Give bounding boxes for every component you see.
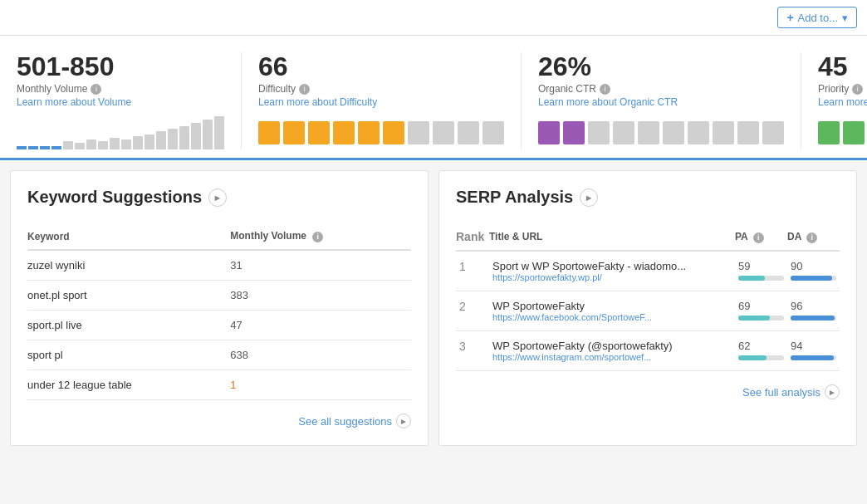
da-bar — [791, 316, 836, 321]
main-content: Keyword Suggestions ► Keyword Monthly Vo… — [0, 160, 867, 456]
serp-url[interactable]: https://www.facebook.com/SportoweF... — [492, 312, 732, 322]
vol-bar-9 — [110, 138, 120, 149]
serp-expand-icon[interactable]: ► — [580, 188, 598, 207]
priority-chart — [818, 116, 867, 149]
pa-info-icon[interactable]: i — [753, 232, 764, 243]
vol-bar-12 — [144, 135, 154, 149]
volume-cell: 638 — [230, 340, 411, 370]
metric-priority: 45 Priority i Learn more about Priority — [801, 52, 867, 149]
see-full-analysis: See full analysis ► — [456, 384, 840, 399]
difficulty-chart — [258, 116, 504, 149]
dropdown-arrow-icon: ▾ — [842, 12, 848, 24]
serp-title: WP SportoweFakty (@sportowefakty) — [492, 340, 732, 352]
difficulty-link[interactable]: Learn more about Difficulty — [258, 96, 504, 108]
volume-col-info-icon[interactable]: i — [312, 232, 323, 242]
vol-bar-1 — [17, 146, 27, 149]
ctr-sq-3 — [588, 121, 610, 144]
title-url-cell: WP SportoweFakty https://www.facebook.co… — [489, 291, 735, 331]
pa-cell: 59 — [735, 251, 787, 291]
top-bar: + Add to... ▾ — [0, 0, 867, 36]
volume-cell: 383 — [230, 281, 411, 311]
ctr-sq-1 — [538, 121, 560, 144]
col-pa-header: PA i — [735, 223, 787, 251]
volume-cell: 1 — [230, 370, 411, 400]
metric-volume: 501-850 Monthly Volume i Learn more abou… — [17, 52, 242, 149]
serp-title: WP SportoweFakty — [492, 300, 732, 312]
ctr-label: Organic CTR i — [538, 83, 784, 95]
metric-ctr: 26% Organic CTR i Learn more about Organ… — [522, 52, 801, 149]
priority-value: 45 — [818, 52, 867, 81]
vol-bar-2 — [28, 146, 38, 149]
keyword-row: sport pl 638 — [27, 340, 411, 370]
pa-cell: 62 — [735, 331, 787, 371]
metrics-row: 501-850 Monthly Volume i Learn more abou… — [0, 36, 867, 160]
serp-row: 1 Sport w WP SportoweFakty - wiadomo... … — [456, 251, 840, 291]
ctr-sq-9 — [737, 121, 759, 144]
pa-bar — [738, 316, 784, 321]
col-volume-header: Monthly Volume i — [230, 223, 411, 250]
title-url-cell: WP SportoweFakty (@sportowefakty) https:… — [489, 331, 735, 371]
serp-url[interactable]: https://www.instagram.com/sportowef... — [492, 352, 732, 362]
rank-cell: 3 — [456, 331, 489, 371]
priority-link[interactable]: Learn more about Priority — [818, 96, 867, 108]
ctr-sq-5 — [638, 121, 659, 144]
da-bar — [791, 355, 836, 360]
volume-link[interactable]: Learn more about Volume — [17, 96, 224, 108]
da-cell: 90 — [787, 251, 840, 291]
da-cell: 94 — [787, 331, 840, 371]
vol-bar-3 — [40, 146, 50, 149]
ctr-link[interactable]: Learn more about Organic CTR — [538, 96, 784, 108]
keyword-suggestions-table: Keyword Monthly Volume i zuzel wyniki 31… — [27, 223, 411, 400]
diff-sq-9 — [458, 121, 479, 144]
ctr-info-icon[interactable]: i — [600, 84, 610, 95]
pa-bar — [738, 355, 784, 360]
metric-difficulty: 66 Difficulty i Learn more about Difficu… — [242, 52, 522, 149]
col-da-header: DA i — [787, 223, 840, 251]
see-all-link[interactable]: See all suggestions ► — [298, 413, 411, 428]
ctr-value: 26% — [538, 52, 784, 81]
pa-fill — [738, 355, 767, 360]
vol-bar-18 — [214, 116, 224, 149]
see-all-arrow-icon: ► — [396, 413, 411, 428]
pa-fill — [738, 276, 765, 281]
pri-sq-2 — [843, 121, 865, 144]
pa-bar — [738, 276, 784, 281]
see-full-link[interactable]: See full analysis ► — [742, 384, 840, 399]
ctr-sq-6 — [663, 121, 684, 144]
vol-bar-16 — [191, 123, 201, 149]
add-to-button[interactable]: + Add to... ▾ — [777, 7, 857, 28]
keyword-suggestions-expand-icon[interactable]: ► — [208, 188, 227, 207]
keyword-suggestions-panel: Keyword Suggestions ► Keyword Monthly Vo… — [10, 170, 429, 446]
da-fill — [791, 355, 834, 360]
keyword-cell: zuzel wyniki — [27, 250, 230, 281]
col-title-header: Title & URL — [489, 223, 735, 251]
da-fill — [791, 276, 832, 281]
keyword-row: zuzel wyniki 31 — [27, 250, 411, 281]
keyword-row: onet.pl sport 383 — [27, 281, 411, 311]
serp-url[interactable]: https://sportowefakty.wp.pl/ — [492, 272, 732, 282]
rank-cell: 2 — [456, 291, 489, 331]
serp-analysis-table: Rank Title & URL PA i DA i 1 Sport w WP … — [456, 223, 840, 371]
vol-bar-17 — [203, 120, 213, 149]
vol-bar-5 — [63, 141, 73, 149]
priority-info-icon[interactable]: i — [852, 84, 863, 95]
serp-row: 3 WP SportoweFakty (@sportowefakty) http… — [456, 331, 840, 371]
diff-sq-1 — [258, 121, 280, 144]
vol-bar-14 — [168, 129, 178, 149]
vol-bar-7 — [86, 139, 96, 149]
keyword-row: sport.pl live 47 — [27, 311, 411, 340]
vol-bar-8 — [98, 141, 108, 149]
col-rank-header: Rank — [456, 223, 489, 251]
da-info-icon[interactable]: i — [806, 232, 817, 243]
vol-bar-11 — [133, 136, 143, 149]
diff-sq-6 — [383, 121, 404, 144]
da-fill — [791, 316, 835, 321]
difficulty-label: Difficulty i — [258, 83, 504, 95]
vol-bar-10 — [121, 139, 131, 149]
diff-sq-4 — [333, 121, 355, 144]
volume-info-icon[interactable]: i — [91, 84, 101, 95]
rank-cell: 1 — [456, 251, 489, 291]
diff-sq-3 — [308, 121, 330, 144]
difficulty-info-icon[interactable]: i — [299, 84, 310, 95]
da-bar — [791, 276, 836, 281]
